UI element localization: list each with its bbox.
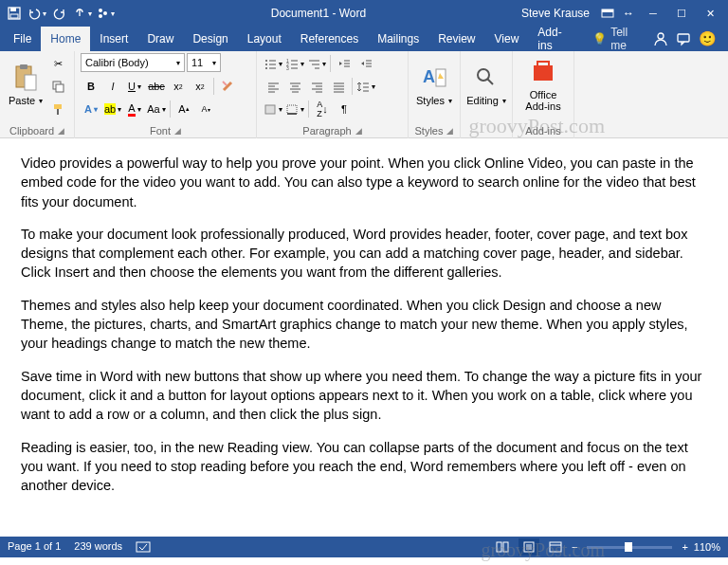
group-addins: Office Add-ins Add-ins (513, 51, 574, 138)
print-layout-button[interactable] (519, 538, 539, 556)
tab-file[interactable]: File (4, 27, 41, 51)
undo-icon[interactable]: ▾ (27, 3, 47, 24)
tab-mailings[interactable]: Mailings (368, 27, 428, 51)
group-editing: Editing▾ (461, 51, 513, 138)
tab-review[interactable]: Review (428, 27, 484, 51)
tab-insert[interactable]: Insert (90, 27, 137, 51)
clipboard-label: Clipboard (9, 125, 54, 137)
office-addins-button[interactable]: Office Add-ins (519, 53, 568, 116)
zoom-slider[interactable] (587, 546, 672, 549)
zoom-slider-thumb[interactable] (625, 542, 632, 552)
page-count[interactable]: Page 1 of 1 (8, 540, 61, 554)
spelling-icon[interactable] (136, 540, 151, 554)
justify-button[interactable] (328, 76, 349, 97)
tab-layout[interactable]: Layout (238, 27, 291, 51)
tab-home[interactable]: Home (41, 27, 90, 51)
bold-button[interactable]: B (81, 76, 101, 97)
redo-icon[interactable] (49, 3, 70, 24)
sync-icon[interactable]: ↔ (618, 3, 639, 24)
ribbon: Paste▾ ✂ Clipboard◢ Calibri (Body)▾ 11▾ … (0, 51, 728, 138)
change-case-button[interactable]: Aa▾ (146, 99, 167, 119)
read-mode-button[interactable] (492, 538, 513, 556)
underline-button[interactable]: U▾ (124, 76, 145, 97)
show-marks-button[interactable]: ¶ (334, 99, 355, 119)
ribbon-display-icon[interactable] (597, 3, 618, 24)
cut-button[interactable]: ✂ (47, 53, 68, 74)
svg-rect-2 (10, 14, 18, 18)
paragraph[interactable]: Themes and styles also help keep your do… (21, 296, 707, 354)
svg-point-8 (658, 33, 664, 39)
increase-indent-button[interactable] (355, 53, 376, 74)
format-painter-button[interactable] (47, 99, 68, 119)
svg-rect-12 (25, 75, 36, 90)
bullets-button[interactable]: ▾ (263, 53, 283, 74)
borders-button[interactable]: ▾ (284, 99, 305, 119)
subscript-button[interactable]: x2 (168, 76, 189, 97)
align-center-button[interactable] (284, 76, 305, 97)
user-name[interactable]: Steve Krause (521, 7, 590, 20)
comment-icon[interactable] (676, 31, 691, 46)
shrink-font-button[interactable]: A▾ (195, 99, 216, 119)
document-area[interactable]: Video provides a powerful way to help yo… (0, 138, 728, 537)
close-button[interactable]: ✕ (696, 0, 724, 27)
status-bar: Page 1 of 1 239 words − + 110% groovyPos… (0, 537, 728, 557)
superscript-button[interactable]: x2 (190, 76, 210, 97)
text-effects-button[interactable]: A▾ (81, 99, 101, 119)
tab-addins[interactable]: Add-ins (528, 27, 585, 51)
zoom-level[interactable]: 110% (694, 541, 720, 553)
tab-draw[interactable]: Draw (137, 27, 183, 51)
font-color-button[interactable]: A▾ (124, 99, 145, 119)
svg-point-16 (265, 60, 267, 62)
styles-launcher[interactable]: ◢ (446, 126, 453, 136)
shading-button[interactable]: ▾ (263, 99, 283, 119)
paragraph-launcher[interactable]: ◢ (355, 126, 362, 136)
paragraph[interactable]: Save time in Word with new buttons that … (21, 367, 707, 425)
font-label: Font (150, 125, 171, 137)
tab-view[interactable]: View (485, 27, 529, 51)
paste-button[interactable]: Paste▾ (6, 53, 46, 116)
styles-group-label: Styles (415, 125, 444, 137)
highlight-button[interactable]: ab▾ (102, 99, 123, 119)
zoom-out-button[interactable]: − (572, 541, 577, 553)
copy-button[interactable] (47, 76, 68, 97)
tab-design[interactable]: Design (183, 27, 237, 51)
save-icon[interactable] (4, 3, 25, 24)
paste-icon (10, 63, 41, 93)
sort-button[interactable]: AZ↓ (312, 99, 333, 119)
emoji-icon[interactable]: 🙂 (699, 30, 717, 47)
account-icon[interactable] (653, 31, 668, 46)
addins-btn-label: Office Add-ins (525, 89, 560, 112)
multilevel-button[interactable]: ▾ (306, 53, 327, 74)
numbering-button[interactable]: 123▾ (284, 53, 305, 74)
align-right-button[interactable] (306, 76, 327, 97)
web-layout-button[interactable] (545, 538, 566, 556)
svg-rect-65 (497, 542, 501, 552)
zoom-in-button[interactable]: + (682, 541, 687, 553)
maximize-button[interactable]: ☐ (667, 0, 696, 27)
decrease-indent-button[interactable] (334, 53, 355, 74)
align-left-button[interactable] (263, 76, 283, 97)
touch-mode-icon[interactable]: ▾ (72, 3, 93, 24)
styles-icon: A (419, 63, 449, 93)
strikethrough-button[interactable]: abc (146, 76, 167, 97)
font-size-select[interactable]: 11▾ (187, 53, 221, 72)
paragraph[interactable]: Reading is easier, too, in the new Readi… (21, 438, 707, 496)
grow-font-button[interactable]: A▴ (173, 99, 194, 119)
tab-references[interactable]: References (291, 27, 368, 51)
clipboard-launcher[interactable]: ◢ (58, 126, 64, 136)
styles-button[interactable]: A Styles▾ (414, 53, 454, 116)
word-count[interactable]: 239 words (74, 540, 122, 554)
svg-line-62 (487, 79, 493, 84)
font-launcher[interactable]: ◢ (174, 126, 181, 136)
share-icon[interactable]: ▾ (95, 3, 116, 24)
group-clipboard: Paste▾ ✂ Clipboard◢ (0, 51, 75, 138)
font-name-select[interactable]: Calibri (Body)▾ (81, 53, 185, 72)
svg-rect-64 (136, 542, 150, 552)
editing-button[interactable]: Editing▾ (466, 53, 506, 116)
paragraph[interactable]: To make your document look professionall… (21, 225, 707, 282)
line-spacing-button[interactable]: ▾ (355, 76, 376, 97)
paragraph[interactable]: Video provides a powerful way to help yo… (21, 154, 707, 211)
clear-format-button[interactable] (217, 76, 238, 97)
svg-point-20 (265, 67, 267, 69)
italic-button[interactable]: I (102, 76, 123, 97)
